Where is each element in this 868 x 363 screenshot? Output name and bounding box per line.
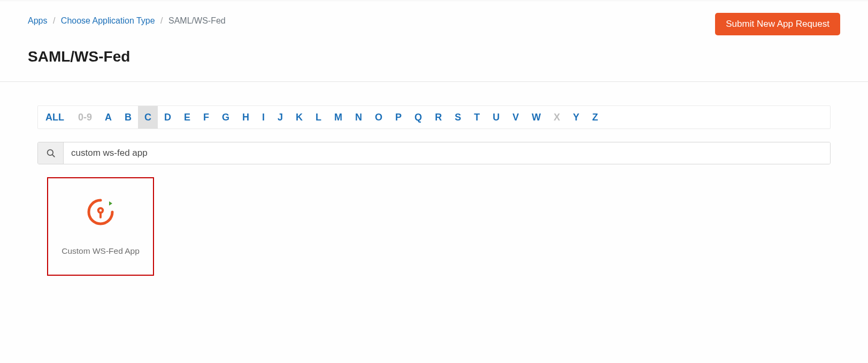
filter-c[interactable]: C — [138, 106, 158, 128]
filter-q[interactable]: Q — [408, 106, 428, 128]
filter-l[interactable]: L — [309, 106, 328, 128]
filter-u[interactable]: U — [486, 106, 506, 128]
alpha-filter-bar: ALL 0-9ABCDEFGHIJKLMNOPQRSTUVWXYZ — [37, 105, 831, 129]
breadcrumb: Apps / Choose Application Type / SAML/WS… — [28, 13, 226, 26]
search-row — [37, 142, 831, 164]
filter-s[interactable]: S — [448, 106, 467, 128]
filter-all[interactable]: ALL — [38, 106, 72, 128]
page-title: SAML/WS-Fed — [28, 48, 840, 65]
filter-k[interactable]: K — [289, 106, 309, 128]
filter-p[interactable]: P — [389, 106, 408, 128]
filter-y[interactable]: Y — [566, 106, 586, 128]
breadcrumb-separator: / — [53, 16, 55, 25]
filter-x: X — [547, 106, 566, 128]
filter-d[interactable]: D — [158, 106, 178, 128]
svg-line-1 — [52, 155, 54, 157]
submit-new-app-request-button[interactable]: Submit New App Request — [715, 13, 840, 35]
breadcrumb-apps[interactable]: Apps — [28, 16, 47, 25]
filter-g[interactable]: G — [216, 106, 236, 128]
search-input[interactable] — [64, 142, 830, 164]
filter-z[interactable]: Z — [586, 106, 604, 128]
app-card-label: Custom WS-Fed App — [62, 246, 140, 256]
app-card-custom-ws-fed[interactable]: Custom WS-Fed App — [47, 177, 154, 276]
filter-h[interactable]: H — [236, 106, 256, 128]
lock-circle-icon — [86, 197, 116, 227]
filter-o[interactable]: O — [368, 106, 389, 128]
filter-r[interactable]: R — [428, 106, 448, 128]
filter-j[interactable]: J — [271, 106, 289, 128]
filter-a[interactable]: A — [98, 106, 118, 128]
filter-n[interactable]: N — [349, 106, 368, 128]
breadcrumb-current: SAML/WS-Fed — [168, 16, 226, 25]
search-icon — [38, 142, 64, 164]
filter-i[interactable]: I — [256, 106, 271, 128]
filter-v[interactable]: V — [506, 106, 525, 128]
results-grid: Custom WS-Fed App — [37, 177, 831, 276]
filter-b[interactable]: B — [118, 106, 138, 128]
breadcrumb-choose-app-type[interactable]: Choose Application Type — [61, 16, 155, 25]
filter-0-9: 0-9 — [72, 106, 98, 128]
filter-t[interactable]: T — [467, 106, 486, 128]
filter-w[interactable]: W — [525, 106, 547, 128]
filter-m[interactable]: M — [328, 106, 349, 128]
filter-e[interactable]: E — [178, 106, 197, 128]
filter-f[interactable]: F — [197, 106, 216, 128]
breadcrumb-separator: / — [160, 16, 163, 25]
